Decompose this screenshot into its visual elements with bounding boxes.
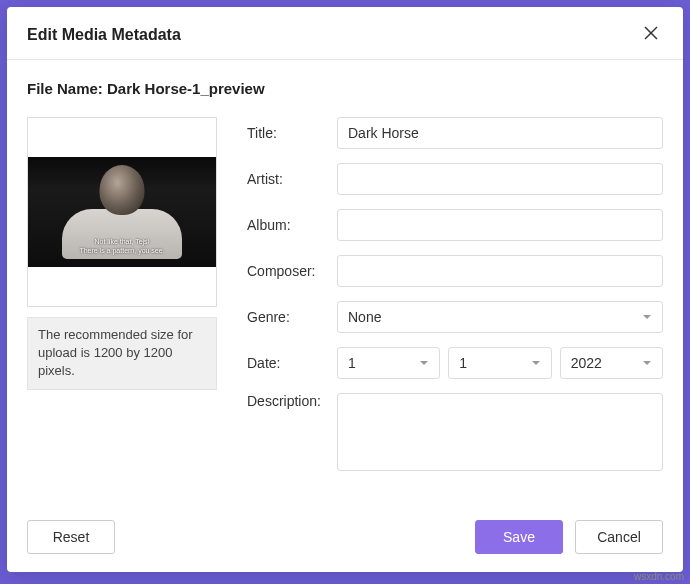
chevron-down-icon: [419, 355, 429, 371]
label-genre: Genre:: [247, 309, 337, 325]
footer-right: Save Cancel: [475, 520, 663, 554]
input-composer[interactable]: [337, 255, 663, 287]
modal-title: Edit Media Metadata: [27, 26, 181, 44]
select-genre-value: None: [348, 309, 381, 325]
select-date-day[interactable]: 1: [337, 347, 440, 379]
close-icon: [643, 25, 659, 45]
edit-metadata-modal: Edit Media Metadata File Name: Dark Hors…: [7, 7, 683, 572]
file-name-value: Dark Horse-1_preview: [107, 80, 265, 97]
row-artist: Artist:: [247, 163, 663, 195]
input-album[interactable]: [337, 209, 663, 241]
right-column: Title: Artist: Album: Composer: Genre:: [247, 117, 663, 485]
thumbnail-image: Not like that, Tejs! There is a pattern,…: [28, 157, 216, 267]
label-date: Date:: [247, 355, 337, 371]
upload-hint: The recommended size for upload is 1200 …: [27, 317, 217, 390]
reset-button[interactable]: Reset: [27, 520, 115, 554]
file-name-prefix: File Name:: [27, 80, 107, 97]
row-date: Date: 1 1: [247, 347, 663, 379]
modal-body: File Name: Dark Horse-1_preview Not like…: [7, 60, 683, 506]
row-title: Title:: [247, 117, 663, 149]
select-genre[interactable]: None: [337, 301, 663, 333]
file-name-line: File Name: Dark Horse-1_preview: [27, 80, 663, 97]
row-description: Description:: [247, 393, 663, 471]
label-artist: Artist:: [247, 171, 337, 187]
select-year-value: 2022: [571, 355, 602, 371]
content-row: Not like that, Tejs! There is a pattern,…: [27, 117, 663, 485]
select-date-month[interactable]: 1: [448, 347, 551, 379]
label-album: Album:: [247, 217, 337, 233]
row-genre: Genre: None: [247, 301, 663, 333]
textarea-description[interactable]: [337, 393, 663, 471]
left-column: Not like that, Tejs! There is a pattern,…: [27, 117, 217, 485]
input-artist[interactable]: [337, 163, 663, 195]
cancel-button[interactable]: Cancel: [575, 520, 663, 554]
label-composer: Composer:: [247, 263, 337, 279]
select-date-year[interactable]: 2022: [560, 347, 663, 379]
modal-header: Edit Media Metadata: [7, 7, 683, 59]
chevron-down-icon: [531, 355, 541, 371]
modal-footer: Reset Save Cancel: [7, 506, 683, 572]
label-title: Title:: [247, 125, 337, 141]
select-day-value: 1: [348, 355, 356, 371]
input-title[interactable]: [337, 117, 663, 149]
row-album: Album:: [247, 209, 663, 241]
chevron-down-icon: [642, 355, 652, 371]
thumbnail-box[interactable]: Not like that, Tejs! There is a pattern,…: [27, 117, 217, 307]
label-description: Description:: [247, 393, 337, 409]
row-composer: Composer:: [247, 255, 663, 287]
close-button[interactable]: [639, 23, 663, 47]
chevron-down-icon: [642, 309, 652, 325]
watermark: wsxdn.com: [634, 571, 684, 582]
select-month-value: 1: [459, 355, 467, 371]
thumbnail-subtitle: Not like that, Tejs! There is a pattern,…: [79, 237, 164, 255]
save-button[interactable]: Save: [475, 520, 563, 554]
date-group: 1 1 2022: [337, 347, 663, 379]
